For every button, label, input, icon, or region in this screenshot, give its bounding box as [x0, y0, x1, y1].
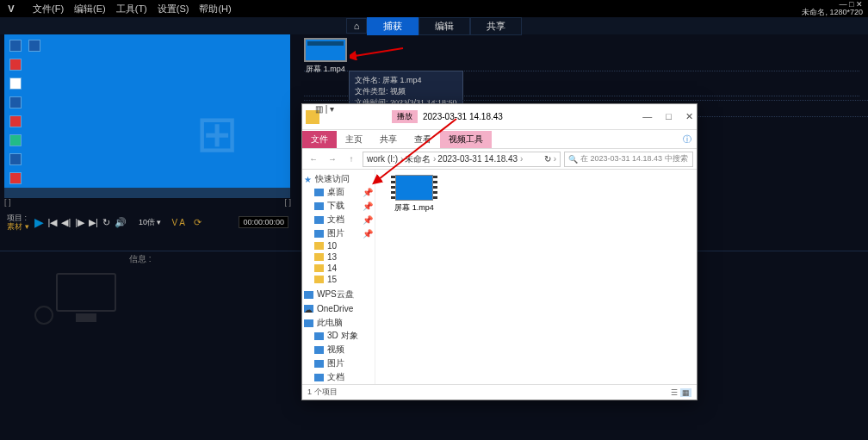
quickaccess-pin-row[interactable]: ▥ | ▾ [315, 104, 334, 114]
ribbon-view[interactable]: 查看 [406, 131, 440, 148]
menu-bar: V 文件(F) 编辑(E) 工具(T) 设置(S) 帮助(H) — □ ✕ 未命… [0, 0, 868, 17]
sidebar-folder-10[interactable]: 10 [304, 240, 373, 251]
project-status: 未命名, 1280*720 [802, 9, 863, 16]
thumbnail-image [304, 38, 347, 62]
item-count: 1 个项目 [307, 387, 338, 398]
ribbon-home[interactable]: 主页 [337, 131, 371, 148]
file-explorer-window[interactable]: 播放 2023-03-31 14.18.43 ▥ | ▾ — □ ✕ 文件 主页… [301, 103, 698, 400]
project-label: 项目 : [7, 214, 29, 222]
next-clip-button[interactable]: ▶| [89, 217, 98, 228]
nav-up-button[interactable]: ↑ [344, 152, 359, 167]
source-dropdown[interactable]: 素材 ▾ [7, 222, 29, 231]
explorer-title: 2023-03-31 14.18.43 [423, 112, 503, 121]
loop-button[interactable]: ↻ [102, 217, 110, 228]
file-item[interactable]: 屏幕 1.mp4 [391, 175, 437, 214]
video-thumbnail-icon [395, 175, 433, 201]
sidebar-desktop[interactable]: 桌面📌 [304, 185, 373, 199]
thumbnail-label: 屏幕 1.mp4 [304, 64, 347, 75]
prev-clip-button[interactable]: |◀ [48, 217, 58, 228]
wps-icon [304, 291, 313, 299]
pc-icon [304, 319, 313, 327]
sidebar-wps[interactable]: WPS云盘 [304, 288, 373, 301]
explorer-sidebar[interactable]: ★快速访问 桌面📌 下载📌 文档📌 图片📌 10 13 14 15 WPS云盘 … [302, 170, 375, 384]
preview-canvas[interactable]: ⊞ [4, 34, 290, 198]
tiles-view-icon[interactable]: ▦ [680, 388, 691, 397]
sidebar-folder-15[interactable]: 15 [304, 274, 373, 285]
windows-logo-icon: ⊞ [195, 103, 239, 164]
star-icon: ★ [304, 175, 312, 184]
menu-edit[interactable]: 编辑(E) [74, 3, 106, 15]
sidebar-thispc[interactable]: 此电脑 [304, 317, 373, 329]
app-logo: V [5, 3, 17, 15]
cloud-icon: ☁ [304, 305, 313, 313]
mode-tabs: ⌂ 捕获 编辑 共享 [0, 17, 868, 34]
menu-tools[interactable]: 工具(T) [116, 3, 147, 15]
ribbon-video-tools[interactable]: 视频工具 [440, 131, 492, 148]
sidebar-3d[interactable]: 3D 对象 [304, 329, 373, 343]
explorer-tool-tab: 播放 [392, 110, 418, 123]
explorer-titlebar[interactable]: 播放 2023-03-31 14.18.43 ▥ | ▾ — □ ✕ [302, 104, 697, 130]
sidebar-pictures[interactable]: 图片📌 [304, 226, 373, 240]
ribbon-file[interactable]: 文件 [302, 131, 337, 148]
sidebar-downloads[interactable]: 下载📌 [304, 199, 373, 213]
tab-edit[interactable]: 编辑 [418, 17, 470, 35]
sidebar-pictures2[interactable]: 图片 [304, 356, 373, 370]
timecode: 00:00:00:00 [239, 216, 288, 228]
volume-icon[interactable]: 🔊 [115, 217, 127, 228]
step-fwd-button[interactable]: |▶ [75, 217, 84, 228]
tab-capture[interactable]: 捕获 [367, 17, 418, 35]
sidebar-documents2[interactable]: 文档 [304, 370, 373, 384]
nav-back-button[interactable]: ← [306, 152, 321, 167]
sidebar-onedrive[interactable]: ☁OneDrive [304, 304, 373, 313]
close-button[interactable]: ✕ [685, 111, 693, 122]
tab-share[interactable]: 共享 [470, 17, 522, 35]
info-label: 信息 : [129, 253, 152, 265]
search-input[interactable]: 🔍 在 2023-03-31 14.18.43 中搜索 [564, 152, 693, 167]
menu-file[interactable]: 文件(F) [33, 3, 64, 15]
details-view-icon[interactable]: ☰ [671, 388, 678, 397]
explorer-file-area[interactable]: 屏幕 1.mp4 [375, 170, 697, 384]
sidebar-video[interactable]: 视频 [304, 343, 373, 356]
maximize-button[interactable]: □ [666, 111, 672, 122]
timeline-ruler[interactable]: [ ] [ ] [0, 198, 295, 210]
ribbon-share[interactable]: 共享 [371, 131, 406, 148]
explorer-statusbar: 1 个项目 ☰ ▦ [302, 384, 697, 400]
device-placeholder-icon [34, 273, 129, 338]
refresh-icon[interactable]: ↻ [544, 154, 556, 164]
capture-ring-icon[interactable]: ⟳ [194, 217, 202, 228]
play-button[interactable]: ▶ [34, 215, 44, 229]
explorer-address-row: ← → ↑ work (I:) 未命名 2023-03-31 14.18.43 … [302, 149, 697, 170]
tab-home[interactable]: ⌂ [346, 18, 368, 34]
sidebar-folder-14[interactable]: 14 [304, 263, 373, 274]
speed-selector[interactable]: 10倍 ▾ [139, 217, 162, 228]
preview-pane: ⊞ [ ] [ ] 项目 : 素材 ▾ ▶ |◀ ◀| |▶ ▶| ↻ 🔊 10… [0, 34, 295, 251]
sidebar-folder-13[interactable]: 13 [304, 251, 373, 263]
va-toggle[interactable]: V A [171, 218, 185, 227]
minimize-button[interactable]: — [642, 111, 652, 122]
menu-help[interactable]: 帮助(H) [199, 3, 231, 15]
menu-settings[interactable]: 设置(S) [158, 3, 189, 15]
file-name: 屏幕 1.mp4 [391, 202, 437, 214]
explorer-ribbon: 文件 主页 共享 查看 视频工具 ⓘ [302, 130, 697, 149]
ribbon-help-icon[interactable]: ⓘ [683, 133, 697, 146]
step-back-button[interactable]: ◀| [61, 217, 71, 228]
clip-thumbnail[interactable]: 屏幕 1.mp4 [304, 38, 347, 75]
sidebar-documents[interactable]: 文档📌 [304, 213, 373, 226]
address-bar[interactable]: work (I:) 未命名 2023-03-31 14.18.43 ↻ [363, 152, 561, 167]
playback-controls: 项目 : 素材 ▾ ▶ |◀ ◀| |▶ ▶| ↻ 🔊 10倍 ▾ V A ⟳ … [0, 210, 295, 234]
nav-forward-button[interactable]: → [325, 152, 340, 167]
